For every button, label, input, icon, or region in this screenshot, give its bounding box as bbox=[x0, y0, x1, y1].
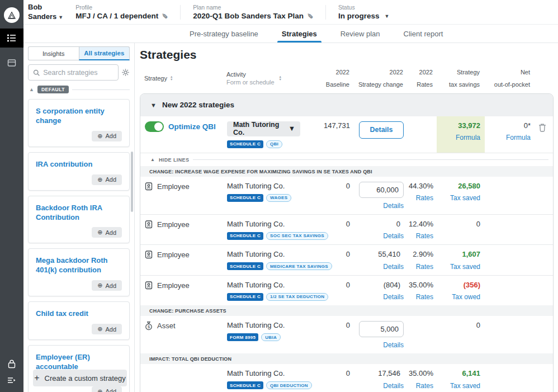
user-last-name: Sanders bbox=[28, 12, 56, 21]
column-tax-savings: Strategytax savings bbox=[436, 68, 484, 89]
entity-name: Math Tutoring Co. bbox=[227, 250, 285, 258]
collapse-menu-icon[interactable] bbox=[7, 376, 16, 384]
sidebar-tabs: Insights All strategies bbox=[28, 46, 130, 60]
impact-section-header: IMPACT: TOTAL QBI DEDUCTION bbox=[140, 353, 553, 364]
plan-nav: Pre-strategy baseline Strategies Review … bbox=[23, 25, 558, 43]
rule bbox=[72, 89, 130, 90]
tab-insights[interactable]: Insights bbox=[28, 46, 79, 60]
status-field: Status In progress▼ bbox=[338, 4, 389, 20]
formula-link[interactable]: Formula bbox=[506, 134, 531, 141]
details-link[interactable]: Details bbox=[383, 382, 404, 390]
tax-saved-link[interactable]: Tax saved bbox=[450, 194, 480, 202]
rate-value: 12.40% bbox=[409, 220, 433, 229]
details-link[interactable]: Details bbox=[383, 293, 404, 301]
strategies-main: Strategies Strategy ▲▼ ActivityForm or s… bbox=[135, 43, 558, 392]
details-link[interactable]: Details bbox=[383, 232, 404, 240]
lock-icon[interactable] bbox=[7, 359, 16, 369]
tab-review-plan[interactable]: Review plan bbox=[339, 25, 381, 42]
baseline-value: 0 bbox=[346, 220, 350, 229]
rates-link[interactable]: Rates bbox=[416, 194, 433, 202]
panel-icon[interactable] bbox=[0, 53, 23, 72]
details-link[interactable]: Details bbox=[383, 341, 404, 349]
details-button[interactable]: Details bbox=[359, 121, 404, 139]
entity-name: Math Tutoring Co. bbox=[227, 321, 285, 329]
schedule-tag: SCHEDULE C bbox=[227, 140, 263, 148]
rates-link[interactable]: Rates bbox=[416, 382, 433, 390]
sort-icon: ▲▼ bbox=[279, 75, 282, 81]
add-strategy-button[interactable]: ⊕Add bbox=[92, 131, 122, 141]
search-input[interactable] bbox=[43, 69, 114, 77]
strategy-group: ▼ New 2022 strategies Optimize QBI Math … bbox=[140, 93, 554, 392]
tax-savings-value: (356) bbox=[464, 281, 480, 290]
status-dropdown[interactable]: In progress▼ bbox=[338, 12, 389, 20]
entity-dropdown[interactable]: Math Tutoring Co. ▼ bbox=[227, 121, 300, 136]
brand-logo-icon[interactable] bbox=[4, 7, 20, 23]
add-strategy-button[interactable]: ⊕Add bbox=[92, 324, 122, 334]
default-section-header[interactable]: ▲ DEFAULT bbox=[29, 86, 130, 93]
column-rates: 2022Rates bbox=[405, 68, 436, 89]
tax-owed-link[interactable]: Tax owed bbox=[452, 293, 480, 301]
entity-name: Math Tutoring Co. bbox=[227, 369, 285, 377]
optimize-qbi-toggle[interactable] bbox=[145, 121, 164, 132]
add-strategy-button[interactable]: ⊕Add bbox=[92, 386, 122, 392]
tax-saved-link[interactable]: Tax saved bbox=[450, 382, 480, 390]
strategy-card: Backdoor Roth IRA Contribution ⊕Add bbox=[28, 196, 130, 244]
table-header: Strategy ▲▼ ActivityForm or schedule ▲▼ … bbox=[140, 68, 554, 89]
details-link[interactable]: Details bbox=[383, 263, 404, 271]
header-divider bbox=[325, 5, 326, 20]
entity-name: Math Tutoring Co. bbox=[227, 281, 285, 289]
user-menu[interactable]: Bob Sanders▼ bbox=[28, 3, 63, 21]
row-label: Employee bbox=[157, 220, 190, 229]
tab-client-report[interactable]: Client report bbox=[403, 25, 444, 42]
column-activity[interactable]: ActivityForm or schedule ▲▼ bbox=[224, 70, 312, 87]
employee-badge-icon bbox=[145, 182, 153, 191]
group-header[interactable]: ▼ New 2022 strategies bbox=[140, 94, 553, 116]
tax-savings-value: 26,580 bbox=[458, 182, 480, 191]
tab-all-strategies[interactable]: All strategies bbox=[79, 46, 130, 60]
entity-name: Math Tutoring Co. bbox=[227, 220, 285, 228]
strategy-card: IRA contribution ⊕Add bbox=[28, 152, 130, 191]
column-strategy[interactable]: Strategy ▲▼ bbox=[140, 74, 224, 83]
rates-link[interactable]: Rates bbox=[416, 263, 433, 271]
table-row: $ Asset Math Tutoring Co. FORM 8995UBIA … bbox=[140, 316, 553, 353]
create-custom-strategy-button[interactable]: +Create a custom strategy bbox=[33, 370, 127, 386]
strategy-change-value: 0 bbox=[396, 220, 404, 229]
employee-badge-icon bbox=[145, 220, 153, 229]
table-row: Employee Math Tutoring Co. SCHEDULE CMED… bbox=[140, 245, 553, 275]
strategy-card: S corporation entity change ⊕Add bbox=[28, 99, 130, 147]
rule bbox=[193, 159, 548, 160]
add-strategy-button[interactable]: ⊕Add bbox=[92, 227, 122, 238]
schedule-tag: SCHEDULE C bbox=[227, 293, 263, 301]
edit-plan-name-icon[interactable]: ✎ bbox=[306, 13, 314, 19]
optimize-qbi-link[interactable]: Optimize QBI bbox=[168, 121, 216, 131]
strategy-card-title[interactable]: S corporation entity change bbox=[36, 107, 122, 126]
strategy-card-title[interactable]: Backdoor Roth IRA Contribution bbox=[36, 204, 122, 223]
filter-settings-gear-icon[interactable] bbox=[121, 68, 130, 77]
strategy-card-title[interactable]: Mega backdoor Roth 401(k) contribution bbox=[36, 256, 122, 275]
plan-name-value: 2020-Q1 Bob Sanders Tax Plan bbox=[193, 12, 304, 20]
strategy-card-title[interactable]: Child tax credit bbox=[36, 309, 122, 319]
strategy-change-input[interactable] bbox=[359, 182, 404, 198]
sidebar-scrollbar[interactable] bbox=[131, 152, 133, 212]
wages-tag: WAGES bbox=[266, 194, 291, 202]
strategy-card-title[interactable]: IRA contribution bbox=[36, 160, 122, 169]
add-strategy-button[interactable]: ⊕Add bbox=[92, 280, 122, 291]
rates-link[interactable]: Rates bbox=[416, 293, 433, 301]
strategy-change-input[interactable] bbox=[359, 321, 404, 337]
edit-profile-icon[interactable]: ✎ bbox=[160, 13, 169, 19]
rates-link[interactable]: Rates bbox=[416, 232, 433, 240]
formula-link[interactable]: Formula bbox=[456, 134, 480, 141]
hide-lines-toggle[interactable]: HIDE LINES bbox=[159, 157, 190, 163]
row-label: Employee bbox=[157, 281, 190, 290]
tab-strategies[interactable]: Strategies bbox=[281, 25, 318, 42]
add-strategy-button[interactable]: ⊕Add bbox=[92, 174, 122, 185]
details-link[interactable]: Details bbox=[383, 202, 404, 210]
tab-pre-strategy-baseline[interactable]: Pre-strategy baseline bbox=[188, 25, 259, 42]
baseline-value: 0 bbox=[346, 250, 350, 259]
strategies-list-icon[interactable] bbox=[0, 29, 23, 48]
column-strategy-change: 2022Strategy change bbox=[351, 68, 405, 89]
delete-strategy-button[interactable] bbox=[532, 116, 553, 153]
strategy-change-value: 55,410 bbox=[378, 250, 404, 259]
tax-saved-link[interactable]: Tax saved bbox=[450, 263, 480, 271]
table-row: Employee Math Tutoring Co. SCHEDULE CSOC… bbox=[140, 215, 553, 245]
